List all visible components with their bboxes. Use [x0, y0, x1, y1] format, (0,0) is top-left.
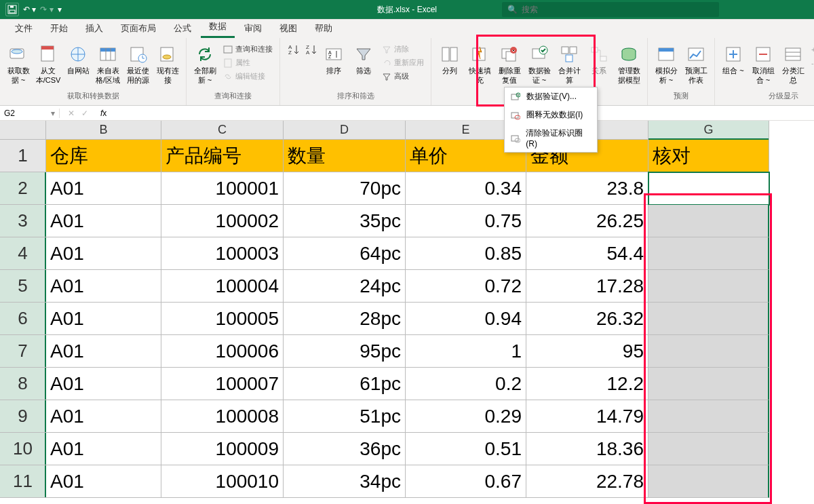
data-validation-menu-item[interactable]: 数据验证(V)...: [505, 88, 597, 106]
sort-button[interactable]: AZ排序: [319, 41, 348, 78]
cell[interactable]: A01: [46, 303, 161, 335]
row-header[interactable]: 10: [0, 433, 46, 465]
tab-视图[interactable]: 视图: [271, 19, 305, 38]
cell[interactable]: [648, 172, 769, 205]
cell[interactable]: 35pc: [284, 205, 406, 237]
text-to-columns-button[interactable]: 分列: [435, 41, 464, 78]
cell[interactable]: 0.72: [406, 270, 526, 303]
cell[interactable]: A01: [46, 433, 161, 465]
cell[interactable]: [648, 270, 769, 303]
cancel-icon[interactable]: ✕: [68, 109, 75, 118]
cell[interactable]: 36pc: [284, 433, 406, 465]
col-header-G[interactable]: G: [648, 121, 769, 140]
recent-sources-button[interactable]: 最近使用的源: [123, 41, 152, 88]
cell[interactable]: 64pc: [284, 237, 406, 270]
cell[interactable]: 仓库: [46, 140, 161, 172]
existing-connections-button[interactable]: 现有连接: [153, 41, 182, 88]
tab-文件[interactable]: 文件: [7, 19, 41, 38]
cell[interactable]: 23.8: [526, 172, 648, 205]
filter-button[interactable]: 筛选: [349, 41, 378, 78]
cell[interactable]: 22.78: [526, 465, 648, 498]
cell[interactable]: 26.25: [526, 205, 648, 237]
tab-公式[interactable]: 公式: [166, 19, 199, 38]
sort-desc-button[interactable]: ZA: [305, 43, 318, 56]
cell[interactable]: 100008: [161, 400, 284, 433]
circle-invalid-menu-item[interactable]: 圈释无效数据(I): [505, 106, 597, 124]
cell[interactable]: 0.94: [406, 303, 526, 335]
sort-asc-button[interactable]: AZ: [284, 41, 303, 59]
tab-页面布局[interactable]: 页面布局: [113, 19, 164, 38]
from-table-range-button[interactable]: 来自表格/区域: [94, 41, 122, 88]
cell[interactable]: 95: [526, 335, 648, 368]
cell[interactable]: [648, 465, 769, 498]
advanced-filter-button[interactable]: 高级: [379, 71, 427, 82]
cell[interactable]: 14.79: [526, 400, 648, 433]
cell[interactable]: [648, 400, 769, 433]
redo-icon[interactable]: ↷ ▾: [40, 5, 53, 14]
consolidate-button[interactable]: 合并计算: [555, 41, 583, 88]
cell[interactable]: 95pc: [284, 335, 406, 368]
search-input[interactable]: [522, 5, 714, 14]
cell[interactable]: [648, 303, 769, 335]
cell[interactable]: 0.75: [406, 205, 526, 237]
tab-审阅[interactable]: 审阅: [236, 19, 270, 38]
refresh-all-button[interactable]: 全部刷新 ~: [191, 41, 219, 88]
tab-数据[interactable]: 数据: [201, 17, 235, 38]
cell[interactable]: [648, 237, 769, 270]
cell[interactable]: A01: [46, 368, 161, 400]
cell[interactable]: 核对: [648, 140, 769, 172]
search-box[interactable]: 🔍: [502, 2, 719, 17]
cell[interactable]: 61pc: [284, 368, 406, 400]
flash-fill-button[interactable]: 快速填充: [465, 41, 494, 88]
get-data-button[interactable]: 获取数据 ~: [4, 41, 33, 88]
tab-开始[interactable]: 开始: [42, 19, 76, 38]
what-if-analysis-button[interactable]: 模拟分析 ~: [652, 41, 680, 88]
queries-connections-button[interactable]: 查询和连接: [220, 43, 275, 55]
row-header[interactable]: 2: [0, 172, 46, 205]
cell[interactable]: A01: [46, 335, 161, 368]
remove-duplicates-button[interactable]: 删除重复值: [495, 41, 524, 88]
forecast-sheet-button[interactable]: 预测工作表: [682, 41, 710, 88]
enter-icon[interactable]: ✓: [81, 109, 88, 118]
row-header[interactable]: 8: [0, 368, 46, 400]
cell[interactable]: 100005: [161, 303, 284, 335]
name-box[interactable]: G2▾: [0, 109, 60, 118]
cell[interactable]: 54.4: [526, 237, 648, 270]
row-header[interactable]: 5: [0, 270, 46, 303]
cell[interactable]: 数量: [284, 140, 406, 172]
cell[interactable]: 51pc: [284, 400, 406, 433]
from-text-csv-button[interactable]: 从文本/CSV: [34, 41, 62, 88]
cell[interactable]: A01: [46, 465, 161, 498]
cell[interactable]: 0.67: [406, 465, 526, 498]
data-validation-button[interactable]: 数据验证 ~: [525, 41, 554, 88]
select-all-corner[interactable]: [0, 121, 46, 140]
tab-插入[interactable]: 插入: [77, 19, 111, 38]
manage-data-model-button[interactable]: 管理数据模型: [615, 41, 643, 88]
cell[interactable]: A01: [46, 400, 161, 433]
ungroup-button[interactable]: 取消组合 ~: [749, 41, 777, 88]
row-header[interactable]: 7: [0, 335, 46, 368]
cell[interactable]: 100002: [161, 205, 284, 237]
cell[interactable]: 0.34: [406, 172, 526, 205]
row-header[interactable]: 6: [0, 303, 46, 335]
row-header[interactable]: 1: [0, 140, 46, 172]
col-header-B[interactable]: B: [46, 121, 161, 140]
cell[interactable]: A01: [46, 237, 161, 270]
cell[interactable]: 100006: [161, 335, 284, 368]
cell[interactable]: 0.51: [406, 433, 526, 465]
save-icon[interactable]: [5, 3, 19, 16]
cell[interactable]: [648, 433, 769, 465]
from-web-button[interactable]: 自网站: [64, 41, 92, 78]
cell[interactable]: 0.2: [406, 368, 526, 400]
cell[interactable]: 1: [406, 335, 526, 368]
cell[interactable]: 17.28: [526, 270, 648, 303]
cell[interactable]: 26.32: [526, 303, 648, 335]
cell[interactable]: 100007: [161, 368, 284, 400]
cell[interactable]: A01: [46, 172, 161, 205]
cell[interactable]: 28pc: [284, 303, 406, 335]
cell[interactable]: 24pc: [284, 270, 406, 303]
group-button[interactable]: 组合 ~: [719, 41, 748, 78]
tab-帮助[interactable]: 帮助: [307, 19, 341, 38]
cell[interactable]: A01: [46, 270, 161, 303]
cell[interactable]: 12.2: [526, 368, 648, 400]
